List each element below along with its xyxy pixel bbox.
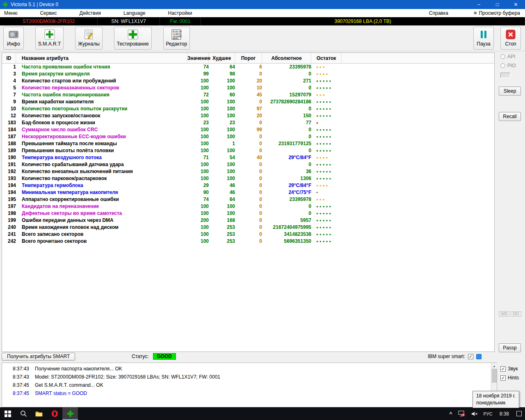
logs-label: Журналы [78, 41, 99, 47]
header-id[interactable]: ID [2, 53, 16, 63]
pio-radio[interactable]: PIO [500, 63, 516, 68]
smart-attribute-row[interactable]: 195Аппаратно скорректированные ошибки746… [2, 196, 494, 203]
header-raw[interactable]: Абсолютное [262, 53, 311, 63]
sound-checkbox[interactable]: ✓ [500, 366, 506, 372]
scroll-thumb[interactable] [492, 369, 497, 383]
menu-actions[interactable]: Действия [75, 10, 105, 16]
test-button[interactable]: Тестирование [114, 27, 152, 50]
smart-attribute-row[interactable]: 9Время наработки накопителя1001000273782… [2, 98, 494, 105]
hints-checkbox-row[interactable]: ✓ Hints [500, 375, 525, 381]
radio-icon [500, 54, 505, 59]
menu-language[interactable]: Language [119, 10, 149, 16]
ibm-super-smart-checkbox[interactable]: ✓ [468, 354, 473, 359]
smart-attribute-row[interactable]: 192Количество внезапных выключений питан… [2, 168, 494, 175]
log-panel: 8:37:43Получение паспорта накопителя... … [2, 363, 497, 407]
smart-attribute-row[interactable]: 242Всего прочитано секторов1002530569635… [2, 238, 494, 245]
volume-muted-icon[interactable] [468, 407, 481, 420]
header-health[interactable]: Остаток [311, 53, 342, 63]
header-worst[interactable]: Худшее [209, 53, 235, 63]
taskbar-search-button[interactable] [16, 407, 31, 420]
recall-button[interactable]: Recall [499, 112, 521, 121]
smart-attribute-row[interactable]: 199Ошибки передачи данных через DMA20016… [2, 217, 494, 224]
smart-attribute-row[interactable]: 12Количество запусков/остановок100100201… [2, 112, 494, 119]
health-dots: ●●●●● [311, 84, 342, 91]
smart-attribute-row[interactable]: 240Время нахождения головок над диском10… [2, 224, 494, 231]
logs-button[interactable]: Журналы [75, 27, 102, 50]
stop-button[interactable]: Стоп [500, 27, 521, 50]
drive-info-icon [7, 28, 20, 41]
sound-checkbox-row[interactable]: ✓ Звук [500, 366, 525, 372]
taskbar-opera-button[interactable] [47, 407, 62, 420]
smart-attribute-row[interactable]: 190Температура воздушного потока71544029… [2, 154, 494, 161]
rd-button[interactable]: RD [511, 311, 521, 317]
buffer-view-button[interactable]: ≡ Просмотр буфера [469, 10, 525, 16]
health-dots: ●●●●● [311, 105, 342, 112]
smart-attribute-row[interactable]: 194Температура гермоблока2946029°C/84°F●… [2, 182, 494, 189]
smart-attribute-row[interactable]: 7Частота ошибок позиционирования72604515… [2, 91, 494, 98]
taskbar: ^ РУС 8:38 [0, 407, 525, 420]
smart-button[interactable]: S.M.A.R.T [35, 27, 64, 50]
sound-label: Звук [508, 366, 518, 372]
smart-attribute-row[interactable]: 5Количество переназначенных секторов1001… [2, 84, 494, 91]
taskbar-clock[interactable]: 8:38 [495, 407, 513, 420]
smart-attribute-row[interactable]: 189Превышения высоты полёта головки10010… [2, 147, 494, 154]
menu-settings[interactable]: Настройки [164, 10, 196, 16]
maximize-button[interactable]: □ [488, 0, 507, 9]
health-dots: ●●●●● [311, 78, 342, 84]
keyboard-layout[interactable]: РУС [481, 407, 495, 420]
header-threshold[interactable]: Порог [235, 53, 262, 63]
smart-attribute-row[interactable]: 3Время раскрутки шпинделя999800●●●● [2, 71, 494, 78]
smart-attribute-row[interactable]: 188Превышения таймаута после команды1001… [2, 140, 494, 147]
health-dots: ●●●●● [311, 175, 342, 182]
health-dots: ●●●●● [311, 161, 342, 168]
sleep-button[interactable]: Sleep [499, 87, 521, 96]
start-button[interactable] [0, 407, 16, 420]
notepad-icon [83, 28, 95, 41]
smart-attribute-row[interactable]: 4Количество стартов или пробуждений10010… [2, 78, 494, 84]
smart-attribute-row[interactable]: 241Всего записано секторов10025303414823… [2, 231, 494, 238]
smart-attribute-row[interactable]: 197Кандидатов на переназначение10010000●… [2, 203, 494, 210]
smart-attribute-row[interactable]: 183Бэд-блоков в процессе жизни2323077● [2, 119, 494, 126]
menu-main[interactable]: Меню [0, 10, 21, 16]
minimize-button[interactable]: – [470, 0, 488, 9]
info-button[interactable]: Инфо [3, 27, 24, 50]
api-radio[interactable]: API [500, 54, 515, 59]
status-badge: GOOD [153, 353, 176, 360]
header-value[interactable]: Значение [187, 53, 209, 63]
passport-button[interactable]: Passp [499, 343, 521, 352]
action-center-icon[interactable] [513, 407, 525, 420]
work-area: ID Название атрибута Значение Худшее Пор… [0, 51, 525, 361]
health-dots: ●●●● [311, 71, 342, 78]
toolbar: Инфо S.M.A.R.T Журналы Тестирование 0101… [0, 25, 525, 51]
editor-button[interactable]: 0101101100111010000001 Редактор [163, 27, 190, 50]
taskbar-explorer-button[interactable] [31, 407, 47, 420]
smart-attribute-row[interactable]: 193Количество парковок/распарковок100100… [2, 175, 494, 182]
health-dots: ●●●●● [311, 210, 342, 217]
menu-service[interactable]: Сервис [36, 10, 61, 16]
health-dots: ●●●●● [311, 98, 342, 105]
pause-icon [477, 28, 490, 41]
smart-attribute-row[interactable]: 1Частота проявления ошибок чтения7464623… [2, 64, 494, 71]
wr-button[interactable]: WR [499, 311, 509, 317]
smart-attribute-row[interactable]: 191Количество срабатываний датчика удара… [2, 161, 494, 168]
window-title: Victoria 5.1 | Device 0 [11, 2, 58, 7]
menu-help[interactable]: Справка [425, 10, 452, 16]
get-smart-attributes-button[interactable]: Получить атрибуты SMART [2, 353, 75, 361]
taskbar-victoria-button[interactable] [62, 407, 78, 420]
hints-checkbox[interactable]: ✓ [500, 375, 506, 381]
smart-attribute-row[interactable]: 10Количество повторных попыток раскрутки… [2, 105, 494, 112]
health-dots: ●●●●● [311, 231, 342, 238]
device-capacity: 3907029168 LBA (2,0 TB) [201, 17, 525, 25]
smart-attribute-row[interactable]: 187Нескорректированные ECC-кодом ошибки1… [2, 133, 494, 140]
tray-expand-chevron[interactable]: ^ [447, 407, 455, 420]
pause-button[interactable]: Пауза [473, 27, 494, 50]
header-attribute-name[interactable]: Название атрибута [16, 53, 187, 63]
network-status-icon[interactable] [455, 407, 468, 420]
health-dots: ●●●● [311, 154, 342, 161]
hex-editor-icon: 0101101100111010000001 [170, 28, 183, 41]
scroll-up-icon[interactable]: ▲ [491, 363, 497, 369]
smart-attribute-row[interactable]: 194Минимальная температура накопителя904… [2, 189, 494, 196]
smart-attribute-row[interactable]: 184Суммарное число ошибок CRC100100990●●… [2, 126, 494, 133]
smart-attribute-row[interactable]: 198Дефектные секторы во время самотеста1… [2, 210, 494, 217]
close-button[interactable]: ✕ [507, 0, 525, 9]
